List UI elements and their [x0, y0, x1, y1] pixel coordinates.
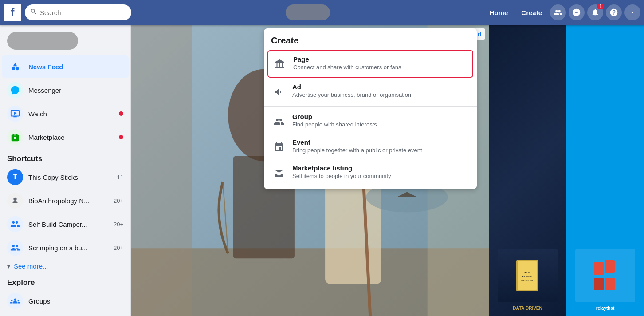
scrimping-count: 20+: [114, 245, 123, 251]
svg-rect-25: [605, 278, 615, 290]
create-dropdown-title: Create: [264, 32, 477, 49]
topnav-right: Home Create 1: [484, 4, 640, 20]
dropdown-divider-1: [264, 106, 477, 107]
event-item-icon: [271, 139, 287, 155]
news-feed-label: News Feed: [28, 63, 111, 71]
bio-anthropology-label: BioAnthropology N...: [28, 197, 108, 205]
ad-item-title: Ad: [292, 83, 470, 91]
marketplace-item-title: Marketplace listing: [292, 164, 470, 172]
svg-rect-5: [131, 25, 192, 316]
page-item-icon: [272, 56, 288, 72]
sidebar-item-self-build[interactable]: Self Build Camper... 20+: [2, 213, 129, 236]
page-item-desc: Connect and share with customers or fans: [293, 64, 469, 71]
news-feed-icon: [7, 59, 23, 75]
shortcuts-heading: Shortcuts: [0, 149, 130, 165]
sidebar-item-this-copy-sticks[interactable]: T This Copy Sticks 11: [2, 166, 129, 189]
watch-icon: [7, 106, 23, 122]
topnav-center: [131, 4, 484, 20]
ad-item-desc: Advertise your business, brand or organi…: [292, 91, 470, 98]
bio-anthropology-icon: [7, 193, 23, 209]
marketplace-item-desc: Sell items to people in your community: [292, 173, 470, 179]
svg-rect-1: [12, 67, 15, 70]
sidebar-item-scrimping[interactable]: Scrimping on a bu... 20+: [2, 236, 129, 259]
explore-heading: Explore: [0, 273, 130, 289]
sidebar-item-pages[interactable]: Pages 7: [2, 313, 129, 316]
blue-ad-label: relaythat: [596, 306, 615, 311]
home-link[interactable]: Home: [484, 6, 514, 19]
marketplace-item-content: Marketplace listing Sell items to people…: [292, 164, 470, 179]
relay-that-icon: [592, 258, 618, 293]
messenger-sidebar-icon: [7, 82, 23, 98]
bio-anthropology-count: 20+: [114, 198, 123, 204]
chevron-down-icon-btn[interactable]: [624, 4, 640, 20]
ad-item-icon: [271, 84, 287, 100]
sidebar-item-watch[interactable]: Watch: [2, 102, 129, 125]
notifications-icon-btn[interactable]: 1: [587, 4, 603, 20]
event-item-content: Event Bring people together with a publi…: [292, 138, 470, 154]
dropdown-item-marketplace[interactable]: Marketplace listing Sell items to people…: [264, 160, 477, 186]
see-more-label: See more...: [14, 262, 48, 270]
notification-badge: 1: [597, 4, 604, 9]
news-feed-more-icon[interactable]: ···: [117, 62, 123, 71]
group-item-icon: [271, 114, 287, 130]
create-link[interactable]: Create: [516, 6, 547, 19]
sidebar-user-avatar[interactable]: [7, 32, 78, 50]
help-icon-btn[interactable]: [606, 4, 622, 20]
this-copy-sticks-count: 11: [117, 174, 123, 181]
blue-ad-image: [575, 249, 636, 302]
sidebar-item-news-feed[interactable]: News Feed ···: [2, 55, 129, 78]
watch-label: Watch: [28, 110, 123, 118]
dark-ad-image: DATA DRIVEN FACEBOOK: [498, 249, 558, 302]
main-content: Create Page Connect and share with custo…: [131, 25, 489, 316]
scrimping-label: Scrimping on a bu...: [28, 244, 108, 252]
search-input[interactable]: [40, 9, 120, 16]
see-more-button[interactable]: ▾ See more...: [2, 260, 129, 273]
dark-ad-label: DATA DRIVEN: [513, 306, 542, 311]
user-avatar[interactable]: [286, 4, 330, 20]
svg-rect-22: [594, 262, 604, 275]
sidebar-item-bio-anthropology[interactable]: BioAnthropology N... 20+: [2, 189, 129, 212]
search-icon: [30, 8, 37, 17]
messenger-icon-btn[interactable]: [569, 4, 585, 20]
friends-icon-btn[interactable]: [550, 4, 566, 20]
marketplace-label: Marketplace: [28, 134, 123, 141]
main-layout: News Feed ··· Messenger Watch Marketplac…: [0, 25, 644, 316]
dropdown-item-ad[interactable]: Ad Advertise your business, brand or org…: [264, 79, 477, 104]
event-item-desc: Bring people together with a public or p…: [292, 147, 470, 154]
right-ads-container: DATA DRIVEN FACEBOOK DATA DRIVEN: [489, 25, 644, 316]
groups-label: Groups: [28, 297, 123, 305]
group-item-content: Group Find people with shared interests: [292, 113, 470, 128]
dropdown-item-page[interactable]: Page Connect and share with customers or…: [267, 50, 473, 78]
page-item-content: Page Connect and share with customers or…: [293, 55, 469, 71]
this-copy-sticks-label: This Copy Sticks: [28, 174, 112, 181]
sidebar-item-marketplace[interactable]: Marketplace: [2, 126, 129, 149]
facebook-logo[interactable]: f: [4, 4, 21, 21]
groups-icon: [7, 293, 23, 309]
dropdown-item-event[interactable]: Event Bring people together with a publi…: [264, 134, 477, 160]
group-item-title: Group: [292, 113, 470, 120]
sidebar: News Feed ··· Messenger Watch Marketplac…: [0, 25, 131, 316]
svg-point-0: [16, 67, 19, 71]
marketplace-listing-icon: [271, 165, 287, 181]
watch-notification-dot: [119, 111, 123, 116]
marketplace-icon: [7, 129, 23, 145]
see-more-arrow-icon: ▾: [7, 263, 10, 270]
svg-rect-23: [605, 260, 615, 273]
ad-block-blue[interactable]: relaythat: [566, 25, 644, 316]
ad-block-dark[interactable]: DATA DRIVEN FACEBOOK DATA DRIVEN: [489, 25, 566, 316]
top-navigation: f Home Create 1: [0, 0, 644, 25]
self-build-count: 20+: [114, 221, 123, 228]
scrimping-icon: [7, 240, 23, 256]
svg-text:DATA: DATA: [524, 271, 531, 274]
self-build-label: Self Build Camper...: [28, 221, 108, 228]
self-build-icon: [7, 216, 23, 232]
svg-text:FACEBOOK: FACEBOOK: [522, 279, 534, 282]
sidebar-item-groups[interactable]: Groups: [2, 289, 129, 312]
event-item-title: Event: [292, 138, 470, 146]
group-item-desc: Find people with shared interests: [292, 121, 470, 128]
sidebar-item-messenger[interactable]: Messenger: [2, 79, 129, 102]
book-icon: DATA DRIVEN FACEBOOK: [514, 258, 541, 293]
search-bar[interactable]: [25, 4, 131, 20]
right-panel: DATA DRIVEN FACEBOOK DATA DRIVEN: [489, 25, 644, 316]
dropdown-item-group[interactable]: Group Find people with shared interests: [264, 108, 477, 134]
